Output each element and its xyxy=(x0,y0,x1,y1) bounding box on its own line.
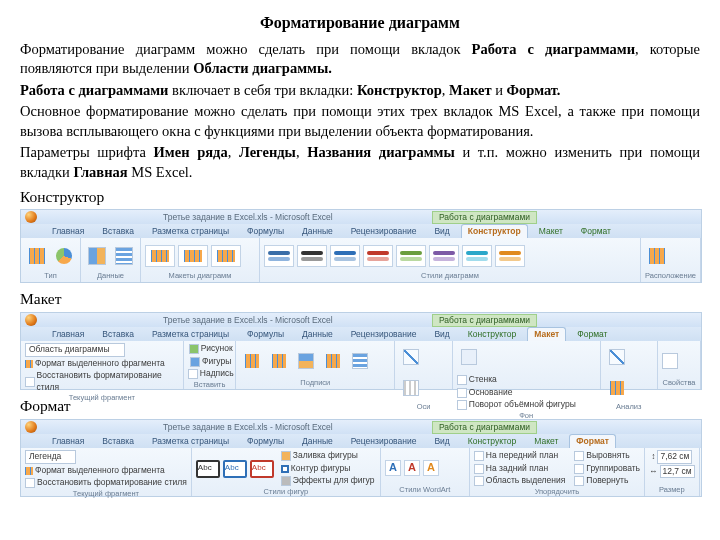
tab-format[interactable]: Формат xyxy=(569,434,616,448)
tab-review[interactable]: Рецензирование xyxy=(344,327,424,341)
trendline-button[interactable] xyxy=(605,343,629,371)
chart-layout-thumb[interactable] xyxy=(145,245,175,267)
select-data-button[interactable] xyxy=(112,242,136,270)
chart-layout-thumb[interactable] xyxy=(211,245,241,267)
updown-bars-button[interactable] xyxy=(605,374,629,402)
tab-pagelayout[interactable]: Разметка страницы xyxy=(145,327,236,341)
shape-style-thumb[interactable]: Abc xyxy=(250,460,274,478)
chart-title-button[interactable] xyxy=(240,347,264,375)
change-chart-type-button[interactable] xyxy=(25,242,49,270)
selection-combo[interactable]: Легенда xyxy=(25,450,76,463)
tab-pagelayout[interactable]: Разметка страницы xyxy=(145,434,236,448)
tab-home[interactable]: Главная xyxy=(45,327,91,341)
save-template-button[interactable] xyxy=(52,242,76,270)
chart-layout-thumb[interactable] xyxy=(178,245,208,267)
tab-home[interactable]: Главная xyxy=(45,434,91,448)
tab-data[interactable]: Данные xyxy=(295,434,340,448)
shape-effects-button[interactable]: Эффекты для фигур xyxy=(281,475,375,486)
height-input[interactable]: ↕ 7,62 см xyxy=(651,450,692,463)
tab-formulas[interactable]: Формулы xyxy=(240,327,291,341)
tab-formulas[interactable]: Формулы xyxy=(240,434,291,448)
bring-front-button[interactable]: На передний план xyxy=(474,450,565,461)
data-labels-button[interactable] xyxy=(321,347,345,375)
reset-style-button[interactable]: Восстановить форматирование стиля xyxy=(25,477,187,488)
group-current-selection: Легенда Формат выделенного фрагмента Вос… xyxy=(21,448,192,496)
tab-maket[interactable]: Макет xyxy=(532,224,570,238)
legend-button[interactable] xyxy=(294,347,318,375)
tab-review[interactable]: Рецензирование xyxy=(344,224,424,238)
axes-button[interactable] xyxy=(399,343,423,371)
plot-area-button[interactable] xyxy=(457,343,481,371)
tab-maket[interactable]: Макет xyxy=(527,327,566,341)
tab-designer[interactable]: Конструктор xyxy=(461,327,523,341)
chart-style-thumb[interactable] xyxy=(462,245,492,267)
tab-designer[interactable]: Конструктор xyxy=(461,224,528,238)
chart-style-thumb[interactable] xyxy=(264,245,294,267)
rotate-button[interactable]: Повернуть xyxy=(574,475,640,486)
tab-insert[interactable]: Вставка xyxy=(95,327,141,341)
chart-style-thumb[interactable] xyxy=(297,245,327,267)
tab-format[interactable]: Формат xyxy=(570,327,614,341)
chart-floor-button[interactable]: Основание xyxy=(457,387,576,398)
tab-view[interactable]: Вид xyxy=(427,224,456,238)
paragraph-2: Работа с диаграммами включает в себя три… xyxy=(20,81,700,101)
tab-view[interactable]: Вид xyxy=(427,327,456,341)
tab-insert[interactable]: Вставка xyxy=(95,224,141,238)
chart-style-thumb[interactable] xyxy=(495,245,525,267)
tab-designer[interactable]: Конструктор xyxy=(461,434,523,448)
width-input[interactable]: ↔ 12,7 см xyxy=(649,465,695,478)
tab-view[interactable]: Вид xyxy=(427,434,456,448)
tab-maket[interactable]: Макет xyxy=(527,434,565,448)
align-button[interactable]: Выровнять xyxy=(574,450,640,461)
selection-pane-button[interactable]: Область выделения xyxy=(474,475,565,486)
properties-icon[interactable] xyxy=(662,353,678,369)
tab-data[interactable]: Данные xyxy=(295,327,340,341)
group-labels: Подписи xyxy=(236,341,395,389)
wordart-thumb[interactable]: A xyxy=(423,460,439,476)
group-chart-styles: Стили диаграмм xyxy=(260,238,641,282)
insert-picture-button[interactable]: Рисунок xyxy=(189,343,233,354)
tab-home[interactable]: Главная xyxy=(45,224,91,238)
office-button-icon[interactable] xyxy=(25,421,37,433)
insert-textbox-button[interactable]: Надпись xyxy=(188,368,234,379)
window-title: Третье задание в Excel.xls - Microsoft E… xyxy=(163,422,333,433)
tab-strip: Главная Вставка Разметка страницы Формул… xyxy=(21,224,701,238)
window-title: Третье задание в Excel.xls - Microsoft E… xyxy=(163,212,333,223)
group-background: Стенка Основание Поворот объёмной фигуры… xyxy=(453,341,601,389)
chart-style-thumb[interactable] xyxy=(429,245,459,267)
rotate-3d-button[interactable]: Поворот объёмной фигуры xyxy=(457,399,576,410)
tab-formulas[interactable]: Формулы xyxy=(240,224,291,238)
reset-style-button[interactable]: Восстановить форматирование стиля xyxy=(25,370,179,393)
group-current-selection: Область диаграммы Формат выделенного фра… xyxy=(21,341,184,389)
format-selection-button[interactable]: Формат выделенного фрагмента xyxy=(25,358,165,369)
wordart-thumb[interactable]: A xyxy=(404,460,420,476)
group-button[interactable]: Группировать xyxy=(574,463,640,474)
chart-wall-button[interactable]: Стенка xyxy=(457,374,576,385)
office-button-icon[interactable] xyxy=(25,211,37,223)
office-button-icon[interactable] xyxy=(25,314,37,326)
switch-row-col-button[interactable] xyxy=(85,242,109,270)
tab-review[interactable]: Рецензирование xyxy=(344,434,424,448)
axis-titles-button[interactable] xyxy=(267,347,291,375)
format-selection-button[interactable]: Формат выделенного фрагмента xyxy=(25,465,165,476)
chart-style-thumb[interactable] xyxy=(330,245,360,267)
chart-style-thumb[interactable] xyxy=(396,245,426,267)
shape-style-thumb[interactable]: Abc xyxy=(196,460,220,478)
shape-outline-button[interactable]: Контур фигуры xyxy=(281,463,375,474)
move-chart-button[interactable] xyxy=(645,242,669,270)
context-tab-label: Работа с диаграммами xyxy=(432,421,537,434)
shape-fill-button[interactable]: Заливка фигуры xyxy=(281,450,375,461)
send-back-button[interactable]: На задний план xyxy=(474,463,565,474)
window-title: Третье задание в Excel.xls - Microsoft E… xyxy=(163,315,333,326)
tab-insert[interactable]: Вставка xyxy=(95,434,141,448)
selection-combo[interactable]: Область диаграммы xyxy=(25,343,125,356)
tab-data[interactable]: Данные xyxy=(295,224,340,238)
shape-style-thumb[interactable]: Abc xyxy=(223,460,247,478)
insert-shapes-button[interactable]: Фигуры xyxy=(190,356,231,367)
wordart-thumb[interactable]: A xyxy=(385,460,401,476)
data-table-button[interactable] xyxy=(348,347,372,375)
chart-style-thumb[interactable] xyxy=(363,245,393,267)
gridlines-button[interactable] xyxy=(399,374,423,402)
tab-pagelayout[interactable]: Разметка страницы xyxy=(145,224,236,238)
tab-format[interactable]: Формат xyxy=(574,224,618,238)
